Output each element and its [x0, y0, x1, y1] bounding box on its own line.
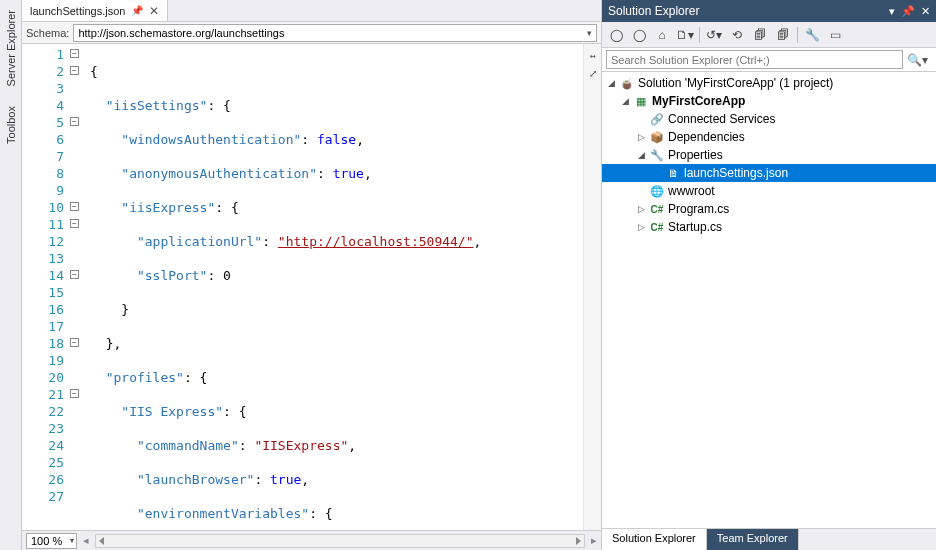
schema-value: http://json.schemastore.org/launchsettin…: [78, 27, 284, 39]
properties-label: Properties: [668, 148, 723, 162]
collapse-icon[interactable]: 🗐: [751, 26, 769, 44]
startup-cs-node[interactable]: ▷ C# Startup.cs: [602, 218, 936, 236]
launchsettings-label: launchSettings.json: [684, 166, 788, 180]
editor-tab-row: launchSettings.json 📌 ✕: [22, 0, 601, 22]
sync-icon[interactable]: 🗋▾: [676, 26, 694, 44]
showall-icon[interactable]: 🗐: [774, 26, 792, 44]
dependencies-node[interactable]: ▷ 📦 Dependencies: [602, 128, 936, 146]
fold-toggle[interactable]: −: [70, 66, 79, 75]
nav-right-icon[interactable]: ▸: [591, 534, 597, 547]
zoom-dropdown[interactable]: 100 %: [26, 533, 77, 549]
json-file-icon: 🗎: [666, 166, 680, 180]
solution-root-label: Solution 'MyFirstCoreApp' (1 project): [638, 76, 833, 90]
server-explorer-tab[interactable]: Server Explorer: [3, 4, 19, 92]
wwwroot-label: wwwroot: [668, 184, 715, 198]
left-toolwindow-tabs: Server Explorer Toolbox: [0, 0, 22, 550]
globe-icon: 🌐: [650, 184, 664, 198]
program-label: Program.cs: [668, 202, 729, 216]
connected-services-label: Connected Services: [668, 112, 775, 126]
line-gutter: 1 2 3 4 5 6 7 8 9 10 11 12 13 14 15 16 1…: [22, 44, 86, 530]
toolbox-tab[interactable]: Toolbox: [3, 100, 19, 150]
startup-label: Startup.cs: [668, 220, 722, 234]
expand-icon[interactable]: ◢: [606, 78, 616, 88]
connected-services-icon: 🔗: [650, 112, 664, 126]
connected-services-node[interactable]: 🔗 Connected Services: [602, 110, 936, 128]
expand-icon[interactable]: ▷: [636, 204, 646, 214]
properties-icon[interactable]: 🔧: [803, 26, 821, 44]
solution-explorer-title: Solution Explorer: [608, 4, 699, 18]
forward-icon[interactable]: ◯: [630, 26, 648, 44]
solution-root[interactable]: ◢ 🧉 Solution 'MyFirstCoreApp' (1 project…: [602, 74, 936, 92]
preview-icon[interactable]: ▭: [826, 26, 844, 44]
close-icon[interactable]: ✕: [149, 5, 159, 17]
pin-icon[interactable]: 📌: [131, 5, 143, 16]
fold-toggle[interactable]: −: [70, 117, 79, 126]
code-editor[interactable]: 1 2 3 4 5 6 7 8 9 10 11 12 13 14 15 16 1…: [22, 44, 601, 530]
dependencies-label: Dependencies: [668, 130, 745, 144]
home-icon[interactable]: ⌂: [653, 26, 671, 44]
fold-toggle[interactable]: −: [70, 219, 79, 228]
solution-tree[interactable]: ◢ 🧉 Solution 'MyFirstCoreApp' (1 project…: [602, 72, 936, 528]
solution-explorer-pane: Solution Explorer ▾ 📌 ✕ ◯ ◯ ⌂ 🗋▾ ↺▾ ⟲ 🗐 …: [602, 0, 936, 550]
fold-toggle[interactable]: −: [70, 338, 79, 347]
expand-icon[interactable]: ▷: [636, 132, 646, 142]
fold-column: − − − − − − − −: [70, 46, 80, 398]
csharp-project-icon: ▦: [634, 94, 648, 108]
solution-bottom-tabs: Solution Explorer Team Explorer: [602, 528, 936, 550]
expand-icon[interactable]: ◢: [636, 150, 646, 160]
history-icon[interactable]: ↺▾: [705, 26, 723, 44]
properties-node[interactable]: ◢ 🔧 Properties: [602, 146, 936, 164]
dropdown-icon[interactable]: ▾: [889, 5, 895, 18]
csharp-file-icon: C#: [650, 220, 664, 234]
chevron-down-icon: ▾: [587, 28, 592, 38]
project-label: MyFirstCoreApp: [652, 94, 745, 108]
refresh-icon[interactable]: ⟲: [728, 26, 746, 44]
file-tab-label: launchSettings.json: [30, 5, 125, 17]
solution-toolbar: ◯ ◯ ⌂ 🗋▾ ↺▾ ⟲ 🗐 🗐 🔧 ▭: [602, 22, 936, 48]
code-body[interactable]: { "iisSettings": { "windowsAuthenticatio…: [86, 44, 583, 530]
expand-icon[interactable]: ⤢: [586, 66, 600, 80]
dependencies-icon: 📦: [650, 130, 664, 144]
schema-label: Schema:: [26, 27, 69, 39]
fold-toggle[interactable]: −: [70, 389, 79, 398]
tab-team-explorer[interactable]: Team Explorer: [707, 529, 799, 550]
wrench-icon: 🔧: [650, 148, 664, 162]
wwwroot-node[interactable]: 🌐 wwwroot: [602, 182, 936, 200]
project-node[interactable]: ◢ ▦ MyFirstCoreApp: [602, 92, 936, 110]
horizontal-scrollbar[interactable]: [95, 534, 585, 548]
fold-toggle[interactable]: −: [70, 270, 79, 279]
launchsettings-node[interactable]: 🗎 launchSettings.json: [602, 164, 936, 182]
editor-footer: 100 % ◂ ▸: [22, 530, 601, 550]
split-icon[interactable]: ↔: [586, 48, 600, 62]
expand-icon[interactable]: ◢: [620, 96, 630, 106]
solution-explorer-titlebar[interactable]: Solution Explorer ▾ 📌 ✕: [602, 0, 936, 22]
program-cs-node[interactable]: ▷ C# Program.cs: [602, 200, 936, 218]
zoom-value: 100 %: [31, 535, 62, 547]
editor-right-strip: ↔ ⤢: [583, 44, 601, 530]
pin-icon[interactable]: 📌: [901, 5, 915, 18]
file-tab-launchsettings[interactable]: launchSettings.json 📌 ✕: [22, 0, 168, 21]
fold-toggle[interactable]: −: [70, 202, 79, 211]
solution-icon: 🧉: [620, 76, 634, 90]
tab-solution-explorer[interactable]: Solution Explorer: [602, 529, 707, 550]
close-icon[interactable]: ✕: [921, 5, 930, 18]
nav-left-icon[interactable]: ◂: [83, 534, 89, 547]
expand-icon[interactable]: ▷: [636, 222, 646, 232]
csharp-file-icon: C#: [650, 202, 664, 216]
schema-dropdown[interactable]: http://json.schemastore.org/launchsettin…: [73, 24, 597, 42]
editor-pane: launchSettings.json 📌 ✕ Schema: http://j…: [22, 0, 602, 550]
back-icon[interactable]: ◯: [607, 26, 625, 44]
solution-search-input[interactable]: [606, 50, 903, 69]
fold-toggle[interactable]: −: [70, 49, 79, 58]
solution-search-row: 🔍▾: [602, 48, 936, 72]
search-icon[interactable]: 🔍▾: [903, 53, 932, 67]
schema-row: Schema: http://json.schemastore.org/laun…: [22, 22, 601, 44]
